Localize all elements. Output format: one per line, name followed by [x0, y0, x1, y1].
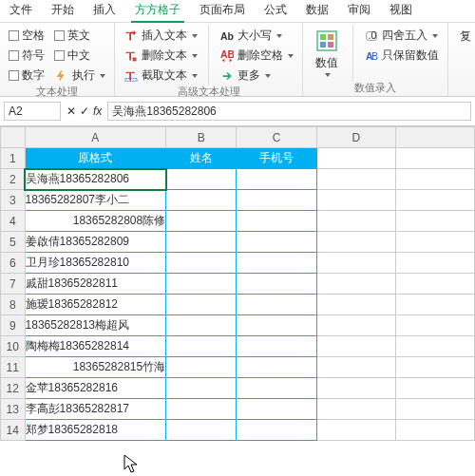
cell[interactable] — [166, 357, 237, 378]
cell[interactable] — [316, 295, 395, 315]
tab-home[interactable]: 开始 — [42, 0, 84, 22]
tab-layout[interactable]: 页面布局 — [190, 0, 255, 22]
tab-data[interactable]: 数据 — [296, 0, 338, 22]
col-header[interactable]: B — [166, 127, 237, 148]
row-header[interactable]: 1 — [1, 148, 26, 169]
cell-selected[interactable]: 吴海燕18365282806 — [25, 169, 166, 190]
cell[interactable] — [237, 190, 316, 211]
cell[interactable] — [166, 295, 237, 315]
cell[interactable] — [316, 336, 395, 357]
tab-file[interactable]: 文件 — [0, 0, 42, 22]
cell[interactable] — [395, 211, 474, 232]
btn-del-space[interactable]: AB删除空格 — [217, 47, 296, 65]
col-header[interactable]: D — [316, 127, 395, 148]
cell[interactable] — [166, 420, 237, 441]
cell[interactable]: 郑梦18365282818 — [25, 420, 166, 441]
cell[interactable] — [395, 336, 474, 357]
formula-input[interactable]: 吴海燕18365282806 — [107, 102, 471, 121]
cell[interactable] — [166, 169, 237, 190]
cell[interactable] — [395, 315, 474, 336]
row-header[interactable]: 9 — [1, 315, 26, 336]
fx-icon[interactable]: fx — [93, 105, 102, 118]
row-header[interactable]: 4 — [1, 211, 26, 232]
spreadsheet[interactable]: A B C D 1原格式姓名手机号 2吴海燕18365282806 318365… — [0, 126, 475, 441]
cell[interactable]: 戚甜18365282811 — [25, 274, 166, 295]
chk-chinese[interactable]: 中文 — [51, 47, 108, 65]
cell[interactable] — [395, 190, 474, 211]
cell[interactable] — [395, 378, 474, 399]
cell[interactable] — [395, 232, 474, 253]
cell[interactable]: 姜啟倩18365282809 — [25, 232, 166, 253]
cell[interactable] — [166, 315, 237, 336]
cell[interactable] — [395, 169, 474, 190]
cell[interactable] — [316, 315, 395, 336]
name-box[interactable]: A2 — [4, 102, 61, 121]
cell[interactable] — [316, 274, 395, 295]
cell[interactable] — [237, 274, 316, 295]
cell[interactable] — [237, 211, 316, 232]
cell[interactable] — [395, 253, 474, 274]
row-header[interactable]: 7 — [1, 274, 26, 295]
btn-value-big[interactable]: 数值 — [309, 25, 345, 81]
btn-overflow[interactable]: 复 — [454, 25, 475, 48]
cell[interactable] — [166, 190, 237, 211]
row-header[interactable]: 12 — [1, 378, 26, 399]
chk-space[interactable]: 空格 — [6, 27, 48, 45]
row-header[interactable]: 8 — [1, 295, 26, 315]
col-header[interactable]: A — [25, 127, 166, 148]
cell[interactable] — [166, 399, 237, 420]
cell[interactable]: 金苹18365282816 — [25, 378, 166, 399]
cell[interactable] — [316, 378, 395, 399]
cell[interactable] — [316, 253, 395, 274]
cell[interactable] — [237, 357, 316, 378]
cell[interactable] — [237, 169, 316, 190]
tab-ffgz[interactable]: 方方格子 — [125, 0, 190, 22]
chk-number[interactable]: 数字 — [6, 67, 48, 85]
tab-insert[interactable]: 插入 — [84, 0, 125, 22]
cell[interactable]: 18365282813梅超风 — [25, 315, 166, 336]
cell[interactable] — [316, 232, 395, 253]
cell[interactable] — [237, 232, 316, 253]
btn-insert-text[interactable]: 插入文本 — [121, 27, 200, 45]
cell[interactable] — [316, 190, 395, 211]
btn-delete-text[interactable]: 删除文本 — [121, 47, 200, 65]
chk-english[interactable]: 英文 — [51, 27, 108, 45]
cell[interactable] — [395, 148, 474, 169]
btn-keep-value[interactable]: ABC只保留数值 — [361, 47, 442, 65]
cell[interactable]: 陶梅梅18365282814 — [25, 336, 166, 357]
cell[interactable] — [316, 169, 395, 190]
row-header[interactable]: 14 — [1, 420, 26, 441]
cell[interactable] — [237, 295, 316, 315]
col-header[interactable] — [395, 127, 474, 148]
row-header[interactable]: 5 — [1, 232, 26, 253]
btn-round[interactable]: .0四舍五入 — [361, 27, 442, 45]
cell[interactable]: 手机号 — [237, 148, 316, 169]
cell[interactable] — [237, 378, 316, 399]
cancel-icon[interactable]: ✕ — [66, 105, 76, 118]
cell[interactable] — [316, 211, 395, 232]
cell[interactable]: 18365282808陈修 — [25, 211, 166, 232]
btn-more[interactable]: 更多 — [217, 67, 296, 85]
cell[interactable] — [395, 357, 474, 378]
btn-execute[interactable]: 执行 — [51, 67, 108, 85]
chk-symbol[interactable]: 符号 — [6, 47, 48, 65]
cell[interactable]: 原格式 — [25, 148, 166, 169]
cell[interactable] — [395, 295, 474, 315]
cell[interactable]: 施瑷18365282812 — [25, 295, 166, 315]
cell[interactable] — [316, 148, 395, 169]
cell[interactable] — [166, 232, 237, 253]
cell[interactable]: 姓名 — [166, 148, 237, 169]
cell[interactable] — [316, 399, 395, 420]
cell[interactable]: 卫月珍18365282810 — [25, 253, 166, 274]
cell[interactable] — [237, 253, 316, 274]
col-header[interactable]: C — [237, 127, 316, 148]
tab-review[interactable]: 审阅 — [338, 0, 380, 22]
cell[interactable] — [237, 420, 316, 441]
tab-view[interactable]: 视图 — [380, 0, 422, 22]
cell[interactable] — [166, 274, 237, 295]
select-all-corner[interactable] — [1, 127, 26, 148]
cell[interactable] — [166, 378, 237, 399]
cell[interactable] — [316, 420, 395, 441]
cell[interactable]: 18365282815竹海 — [25, 357, 166, 378]
row-header[interactable]: 6 — [1, 253, 26, 274]
